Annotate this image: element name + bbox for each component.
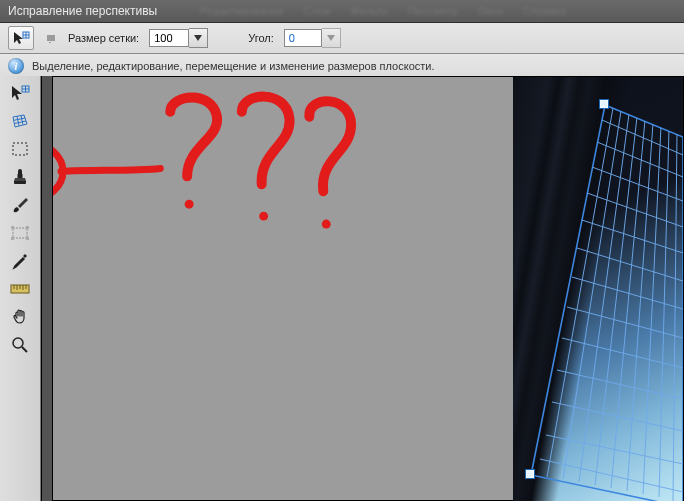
svg-point-52 <box>322 220 331 229</box>
grid-plus-icon <box>10 112 30 130</box>
svg-point-49 <box>53 145 63 199</box>
brush-icon <box>11 196 29 214</box>
info-icon: i <box>8 58 24 74</box>
chevron-down-icon <box>194 35 202 41</box>
svg-line-24 <box>22 347 27 352</box>
chevron-down-icon <box>327 35 335 41</box>
marquee-tool[interactable] <box>5 136 35 162</box>
titlebar[interactable]: Исправление перспективы Редактирование С… <box>0 0 684 23</box>
measure-tool[interactable] <box>5 276 35 302</box>
tool-flyout-menu[interactable] <box>44 27 58 49</box>
workspace <box>0 76 684 501</box>
arrow-grid-icon <box>12 30 30 46</box>
grid-size-label: Размер сетки: <box>68 32 139 44</box>
grid-handle-top-left[interactable] <box>599 99 609 109</box>
hand-icon <box>11 308 29 326</box>
grid-size-dropdown-button[interactable] <box>189 28 208 48</box>
svg-line-9 <box>15 121 27 124</box>
svg-point-51 <box>259 212 268 221</box>
grid-handle-bottom-left[interactable] <box>525 469 535 479</box>
brush-tool[interactable] <box>5 192 35 218</box>
window-title: Исправление перспективы <box>8 4 157 18</box>
svg-rect-10 <box>13 143 27 155</box>
arrow-grid-icon <box>10 84 30 102</box>
grid-size-input[interactable] <box>149 29 189 47</box>
toolbar <box>0 76 41 501</box>
menubar-blurred: Редактирование Слои Фильтр Просмотр Окно… <box>200 0 684 22</box>
zoom-icon <box>11 336 29 354</box>
ruler-icon <box>10 283 30 295</box>
svg-rect-16 <box>26 237 29 240</box>
canvas[interactable] <box>52 76 684 501</box>
options-bar: Размер сетки: Угол: <box>0 23 684 54</box>
eyedropper-icon <box>11 252 29 270</box>
transform-icon <box>10 225 30 241</box>
angle-input[interactable] <box>284 29 322 47</box>
image-content <box>513 77 683 501</box>
hand-tool[interactable] <box>5 304 35 330</box>
angle-dropdown-button[interactable] <box>322 28 341 48</box>
svg-rect-13 <box>11 226 14 229</box>
svg-line-7 <box>21 116 23 125</box>
edit-plane-tool[interactable] <box>5 80 35 106</box>
svg-rect-15 <box>11 237 14 240</box>
svg-rect-12 <box>13 228 27 238</box>
active-tool-indicator[interactable] <box>8 26 34 50</box>
angle-label: Угол: <box>248 32 274 44</box>
svg-line-6 <box>17 116 19 126</box>
stamp-tool[interactable] <box>5 164 35 190</box>
create-plane-tool[interactable] <box>5 108 35 134</box>
transform-tool <box>5 220 35 246</box>
svg-point-50 <box>185 200 194 209</box>
stamp-icon <box>11 168 29 186</box>
grid-size-field <box>149 28 208 48</box>
marquee-icon <box>11 141 29 157</box>
eyedropper-tool[interactable] <box>5 248 35 274</box>
svg-line-8 <box>14 118 25 120</box>
info-text: Выделение, редактирование, перемещение и… <box>32 60 435 72</box>
svg-rect-14 <box>26 226 29 229</box>
canvas-area[interactable] <box>41 76 684 501</box>
zoom-tool[interactable] <box>5 332 35 358</box>
svg-rect-11 <box>18 174 23 178</box>
angle-field <box>284 28 341 48</box>
vanishing-point-dialog: Исправление перспективы Редактирование С… <box>0 0 684 501</box>
svg-point-23 <box>13 338 23 348</box>
